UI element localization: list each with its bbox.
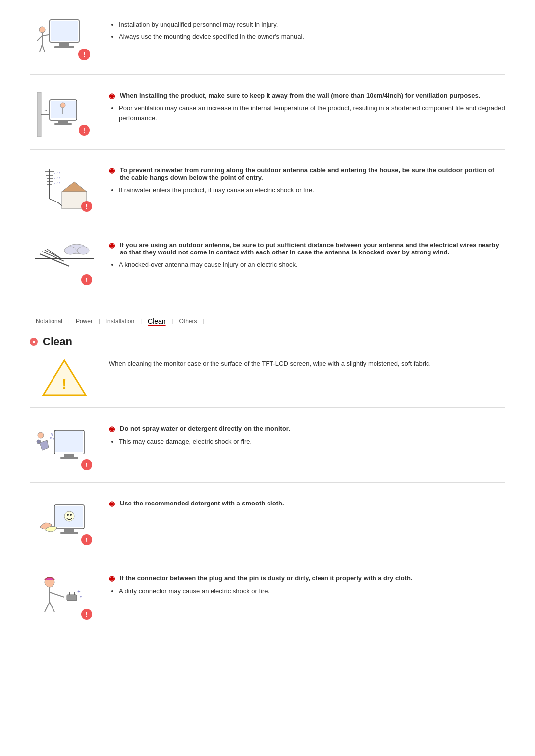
installation-content-4: ◉ If you are using an outdoor antenna, b… [109, 239, 505, 272]
bullet-item: A dirty connector may cause an electric … [119, 586, 505, 596]
installation-section-3: / / / / / / / / / ! ◉ To prevent rainwat… [30, 164, 505, 224]
svg-line-7 [42, 35, 49, 36]
warning-text-4: ◉ If you are using an outdoor antenna, b… [109, 241, 505, 256]
warning-circle-icon-4: ◉ [109, 241, 117, 249]
svg-text:!: ! [86, 203, 88, 210]
svg-rect-51 [60, 457, 78, 459]
installation-content-2: ◉ When installing the product, make sure… [109, 90, 505, 125]
clean-content-3: ◉ If the connector between the plug and … [109, 572, 505, 598]
navigation-tabs: Notational | Power | Installation | Clea… [30, 314, 505, 325]
installation-section-4: ! ◉ If you are using an outdoor antenna,… [30, 239, 505, 299]
installation-image-2: ↔ ! [30, 90, 99, 139]
clean-content-1: ◉ Do not spray water or detergent direct… [109, 423, 505, 449]
bullet-item: This may cause damage, electric shock or… [119, 437, 505, 447]
svg-text:/ / /: / / / [54, 181, 60, 185]
spray-monitor-svg: ! [35, 423, 94, 472]
clean-section-heading: Clean [30, 335, 505, 348]
svg-text:!: ! [86, 276, 88, 284]
svg-text:/ / /: / / / [54, 171, 60, 175]
svg-text:!: ! [86, 461, 88, 469]
svg-text:✦: ✦ [77, 589, 81, 594]
installation-bullets-1: Installation by unqualified personnel ma… [119, 20, 505, 41]
clean-section-2: ! ◉ Use the recommended detergent with a… [30, 498, 505, 557]
svg-line-9 [42, 45, 45, 52]
svg-point-64 [70, 514, 72, 516]
svg-point-56 [51, 433, 53, 435]
clean-warning-3: ◉ If the connector between the plug and … [109, 574, 505, 582]
svg-rect-3 [54, 46, 74, 48]
antenna-rain-svg: / / / / / / / / / ! [35, 164, 94, 214]
svg-point-4 [39, 27, 45, 33]
svg-rect-70 [67, 595, 77, 601]
warning-text-2: ◉ When installing the product, make sure… [109, 92, 505, 100]
svg-text:/ / /: / / / [54, 176, 60, 180]
warning-circle-icon-3: ◉ [109, 166, 117, 174]
tab-installation[interactable]: Installation [100, 318, 140, 325]
tab-notational[interactable]: Notational [30, 318, 68, 325]
svg-text:!: ! [62, 376, 67, 392]
svg-text:!: ! [83, 127, 85, 134]
svg-marker-30 [62, 182, 87, 192]
clean-intro-content: When cleaning the monitor case or the su… [109, 358, 505, 367]
clean-section-3: ✦ ✦ ! ◉ If the connector between the plu… [30, 572, 505, 632]
svg-rect-65 [64, 529, 74, 532]
clean-dot-icon [30, 338, 38, 346]
svg-point-55 [53, 438, 54, 440]
svg-text:!: ! [83, 50, 86, 58]
outdoor-antenna-svg: ! [35, 239, 94, 289]
warning-circle-icon: ◉ [109, 92, 117, 100]
clean-intro-section: ! When cleaning the monitor case or the … [30, 358, 505, 408]
svg-rect-2 [59, 42, 69, 46]
svg-rect-50 [64, 454, 74, 457]
monitor-install-svg: ! [35, 15, 94, 64]
bullet-item: A knocked-over antenna may cause injury … [119, 260, 505, 270]
bullet-item: If rainwater enters the product, it may … [119, 185, 505, 195]
svg-point-57 [38, 432, 44, 438]
bullet-item: Poor ventilation may cause an increase i… [119, 103, 505, 123]
warning-circle-c2: ◉ [109, 500, 117, 507]
svg-rect-66 [60, 532, 78, 534]
clean-image-1: ! [30, 423, 99, 472]
svg-text:✦: ✦ [79, 595, 83, 599]
svg-point-17 [60, 103, 65, 108]
installation-bullets-3: If rainwater enters the product, it may … [119, 185, 505, 195]
installation-bullets-2: Poor ventilation may cause an increase i… [119, 103, 505, 123]
clean-content-2: ◉ Use the recommended detergent with a s… [109, 498, 505, 511]
svg-point-43 [77, 247, 89, 254]
clean-bullets-3: A dirty connector may cause an electric … [119, 586, 505, 596]
svg-rect-20 [54, 123, 72, 125]
installation-section-2: ↔ ! ◉ When installing the product, make … [30, 90, 505, 150]
installation-image-4: ! [30, 239, 99, 289]
svg-point-53 [50, 437, 52, 439]
svg-rect-49 [55, 431, 83, 452]
warning-text-3: ◉ To prevent rainwater from running alon… [109, 166, 505, 181]
installation-bullets-4: A knocked-over antenna may cause injury … [119, 260, 505, 270]
svg-text:↔: ↔ [44, 108, 48, 113]
connector-clean-svg: ✦ ✦ ! [35, 572, 94, 622]
clean-image-2: ! [30, 498, 99, 547]
installation-content-1: Installation by unqualified personnel ma… [109, 15, 505, 43]
svg-line-8 [40, 45, 42, 52]
svg-point-52 [37, 440, 41, 444]
clean-section-1: ! ◉ Do not spray water or detergent dire… [30, 423, 505, 483]
svg-text:!: ! [86, 536, 88, 544]
svg-text:!: ! [86, 611, 88, 618]
clean-intro-text: When cleaning the monitor case or the su… [109, 360, 505, 367]
svg-rect-19 [58, 120, 68, 123]
svg-line-6 [37, 36, 42, 41]
triangle-warning-svg: ! [42, 358, 87, 398]
tab-power[interactable]: Power [70, 318, 99, 325]
clean-intro-image: ! [30, 358, 99, 398]
installation-image-1: ! [30, 15, 99, 64]
installation-section-1: ! Installation by unqualified personnel … [30, 15, 505, 75]
svg-point-54 [52, 434, 54, 436]
tab-clean[interactable]: Clean [142, 317, 172, 325]
cloth-clean-svg: ! [35, 498, 94, 547]
tab-others[interactable]: Others [173, 318, 203, 325]
bullet-item: Installation by unqualified personnel ma… [119, 20, 505, 30]
svg-rect-12 [37, 92, 41, 137]
clean-image-3: ✦ ✦ ! [30, 572, 99, 622]
svg-point-42 [64, 247, 76, 254]
clean-title: Clean [43, 335, 72, 348]
installation-content-3: ◉ To prevent rainwater from running alon… [109, 164, 505, 197]
